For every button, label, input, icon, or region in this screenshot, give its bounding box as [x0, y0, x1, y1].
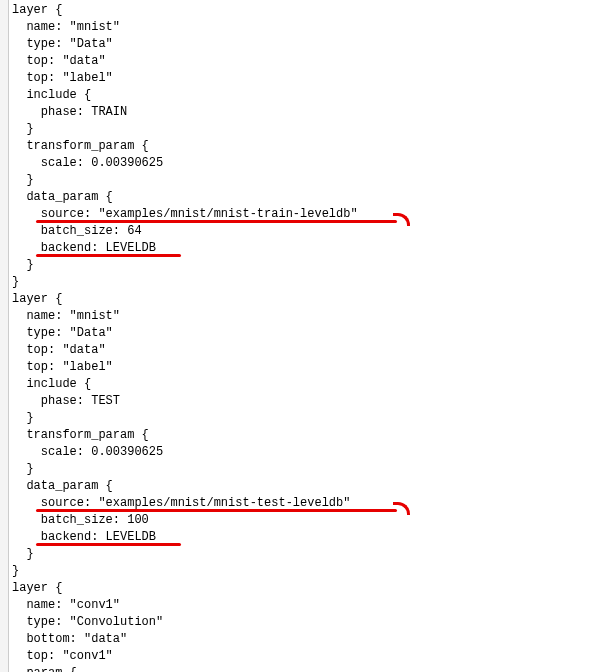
code-text: top: "data" [12, 54, 106, 68]
code-line: } [12, 563, 358, 580]
code-text: layer { [12, 581, 62, 595]
code-text: source: "examples/mnist/mnist-train-leve… [12, 207, 358, 221]
highlight-swoop [393, 213, 410, 226]
code-text: bottom: "data" [12, 632, 127, 646]
code-line: param { [12, 665, 358, 672]
code-text: source: "examples/mnist/mnist-test-level… [12, 496, 350, 510]
code-line: data_param { [12, 189, 358, 206]
code-line: layer { [12, 2, 358, 19]
code-line: batch_size: 64 [12, 223, 358, 240]
code-line: type: "Data" [12, 36, 358, 53]
code-line: data_param { [12, 478, 358, 495]
code-line: name: "mnist" [12, 308, 358, 325]
code-line: top: "data" [12, 53, 358, 70]
code-line: top: "label" [12, 359, 358, 376]
code-text: type: "Convolution" [12, 615, 163, 629]
code-text: type: "Data" [12, 326, 113, 340]
code-line: top: "conv1" [12, 648, 358, 665]
code-text: backend: LEVELDB [12, 530, 156, 544]
code-line: type: "Convolution" [12, 614, 358, 631]
code-line: include { [12, 376, 358, 393]
code-line: } [12, 546, 358, 563]
code-line: layer { [12, 291, 358, 308]
code-line: type: "Data" [12, 325, 358, 342]
code-text: phase: TEST [12, 394, 120, 408]
code-line: transform_param { [12, 138, 358, 155]
code-line: } [12, 410, 358, 427]
code-text: data_param { [12, 479, 113, 493]
code-text: batch_size: 100 [12, 513, 149, 527]
code-line: } [12, 274, 358, 291]
code-line: bottom: "data" [12, 631, 358, 648]
code-line: batch_size: 100 [12, 512, 358, 529]
code-line: name: "mnist" [12, 19, 358, 36]
code-line: scale: 0.00390625 [12, 444, 358, 461]
code-gutter [0, 0, 9, 672]
code-text: } [12, 173, 34, 187]
code-line: phase: TRAIN [12, 104, 358, 121]
code-line: name: "conv1" [12, 597, 358, 614]
code-line: backend: LEVELDB [12, 240, 358, 257]
code-text: } [12, 275, 19, 289]
code-text: layer { [12, 3, 62, 17]
code-line: source: "examples/mnist/mnist-test-level… [12, 495, 358, 512]
code-text: type: "Data" [12, 37, 113, 51]
code-line: include { [12, 87, 358, 104]
code-text: name: "mnist" [12, 309, 120, 323]
code-line: source: "examples/mnist/mnist-train-leve… [12, 206, 358, 223]
code-text: } [12, 564, 19, 578]
code-text: transform_param { [12, 139, 149, 153]
code-text: name: "mnist" [12, 20, 120, 34]
code-line: top: "data" [12, 342, 358, 359]
code-line: scale: 0.00390625 [12, 155, 358, 172]
code-line: layer { [12, 580, 358, 597]
code-text: top: "label" [12, 71, 113, 85]
code-text: phase: TRAIN [12, 105, 127, 119]
code-text: layer { [12, 292, 62, 306]
code-line: } [12, 461, 358, 478]
code-text: top: "label" [12, 360, 113, 374]
code-line: phase: TEST [12, 393, 358, 410]
code-line: } [12, 172, 358, 189]
code-text: batch_size: 64 [12, 224, 142, 238]
code-line: backend: LEVELDB [12, 529, 358, 546]
code-text: } [12, 258, 34, 272]
code-text: } [12, 547, 34, 561]
code-text: } [12, 122, 34, 136]
code-text: data_param { [12, 190, 113, 204]
code-text: backend: LEVELDB [12, 241, 156, 255]
code-text: include { [12, 88, 91, 102]
code-text: top: "data" [12, 343, 106, 357]
code-block: layer { name: "mnist" type: "Data" top: … [12, 2, 358, 672]
code-text: } [12, 462, 34, 476]
code-text: scale: 0.00390625 [12, 445, 163, 459]
code-text: include { [12, 377, 91, 391]
code-line: } [12, 121, 358, 138]
highlight-swoop [393, 502, 410, 515]
code-text: top: "conv1" [12, 649, 113, 663]
code-text: scale: 0.00390625 [12, 156, 163, 170]
code-line: } [12, 257, 358, 274]
code-line: top: "label" [12, 70, 358, 87]
code-text: param { [12, 666, 77, 672]
code-text: name: "conv1" [12, 598, 120, 612]
code-text: } [12, 411, 34, 425]
code-text: transform_param { [12, 428, 149, 442]
code-line: transform_param { [12, 427, 358, 444]
